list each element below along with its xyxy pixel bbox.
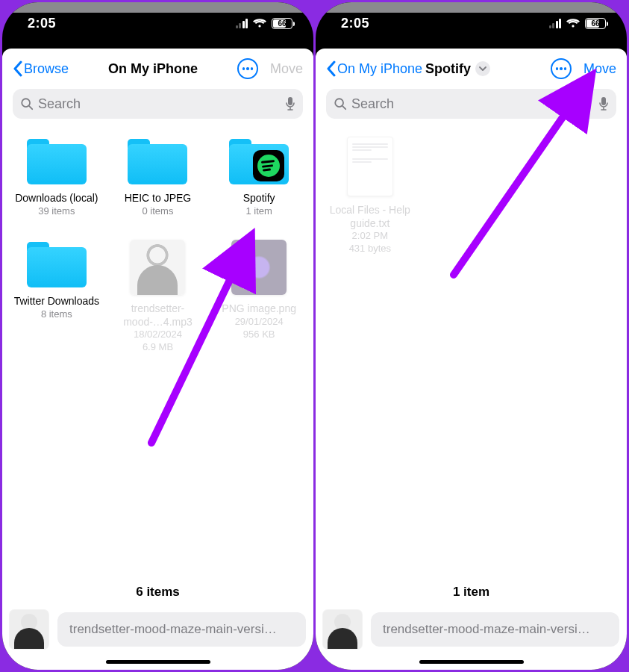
clipboard-thumbnail: [323, 610, 362, 649]
mic-icon[interactable]: [598, 96, 609, 111]
chevron-down-icon[interactable]: [475, 61, 490, 76]
image-thumbnail: [231, 240, 287, 295]
status-time: 2:05: [341, 16, 369, 31]
item-count: 6 items: [2, 580, 313, 610]
svg-point-0: [22, 99, 30, 107]
phone-right: 2:05 66 On My iPhone Spotify: [316, 2, 627, 670]
nav-bar: Browse On My iPhone Move: [2, 49, 313, 86]
clipboard-filename: trendsetter-mood-maze-main-versi…: [371, 612, 619, 647]
files-sheet: On My iPhone Spotify Move: [316, 49, 627, 670]
svg-line-1: [29, 106, 32, 109]
file-grid: Downloads (local) 39 items HEIC to JPEG …: [2, 125, 313, 367]
battery-icon: 66: [272, 18, 292, 29]
wifi-icon: [566, 18, 581, 28]
folder-icon: [27, 137, 87, 184]
nav-title: On My iPhone: [69, 61, 237, 77]
home-indicator[interactable]: [419, 660, 524, 664]
svg-rect-2: [288, 97, 292, 105]
search-field[interactable]: [326, 89, 616, 119]
mic-icon[interactable]: [285, 96, 295, 111]
files-sheet: Browse On My iPhone Move Download: [2, 49, 313, 670]
folder-heic-to-jpeg[interactable]: HEIC to JPEG 0 items: [108, 129, 208, 231]
document-icon: [347, 137, 393, 196]
file-trendsetter-mp3: trendsetter-mood-…4.mp3 18/02/2024 6.9 M…: [108, 232, 208, 367]
status-time: 2:05: [28, 16, 56, 31]
back-button[interactable]: Browse: [13, 60, 69, 77]
file-grid: Local Files - Help guide.txt 2:02 PM 431…: [316, 125, 627, 269]
item-count: 1 item: [316, 580, 627, 610]
folder-spotify[interactable]: Spotify 1 item: [209, 129, 309, 231]
audio-thumbnail: [130, 240, 185, 295]
nav-bar: On My iPhone Spotify Move: [316, 49, 627, 86]
clipboard-filename: trendsetter-mood-maze-main-versi…: [57, 612, 306, 647]
folder-icon: [229, 137, 289, 184]
folder-icon: [27, 240, 87, 287]
folder-icon: [128, 137, 187, 184]
search-field[interactable]: [13, 89, 303, 119]
search-input[interactable]: [38, 96, 281, 112]
file-local-files-txt: Local Files - Help guide.txt 2:02 PM 431…: [320, 129, 420, 269]
phone-left: 2:05 66 Browse On My iPhone: [2, 2, 313, 670]
move-button[interactable]: Move: [270, 61, 303, 77]
search-input[interactable]: [351, 96, 594, 112]
spotify-badge-icon: [253, 150, 284, 181]
clipboard-bar[interactable]: trendsetter-mood-maze-main-versi…: [323, 610, 619, 649]
battery-icon: 66: [585, 18, 606, 29]
nav-title[interactable]: Spotify: [425, 61, 551, 77]
move-button[interactable]: Move: [583, 61, 616, 77]
search-icon: [334, 97, 347, 111]
more-button[interactable]: [237, 58, 258, 79]
signal-icon: [549, 19, 562, 28]
svg-line-5: [342, 106, 345, 109]
folder-twitter-downloads[interactable]: Twitter Downloads 8 items: [7, 232, 107, 367]
folder-downloads-local[interactable]: Downloads (local) 39 items: [7, 129, 107, 231]
home-indicator[interactable]: [106, 660, 210, 664]
svg-point-4: [335, 99, 343, 107]
clipboard-bar[interactable]: trendsetter-mood-maze-main-versi…: [10, 610, 306, 649]
more-button[interactable]: [551, 58, 572, 79]
svg-rect-6: [601, 97, 606, 105]
clipboard-thumbnail: [10, 610, 48, 649]
search-icon: [20, 97, 34, 111]
back-button[interactable]: On My iPhone: [326, 60, 422, 77]
wifi-icon: [252, 18, 267, 28]
signal-icon: [236, 19, 248, 28]
file-png-image: PNG image.png 29/01/2024 956 KB: [209, 232, 309, 367]
